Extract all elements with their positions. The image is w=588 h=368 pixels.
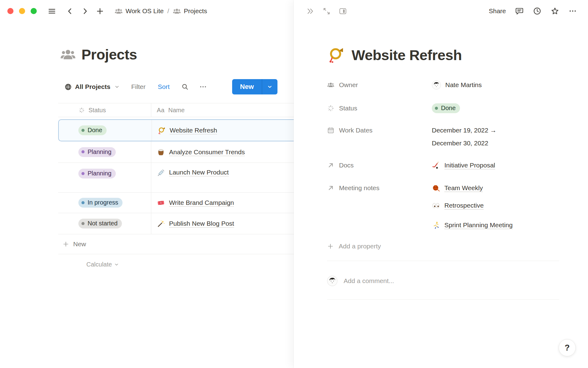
name-cell[interactable]: Write Brand Campaign (151, 193, 300, 213)
search-icon[interactable] (181, 83, 189, 90)
table-row[interactable]: Not started Publish New Blog Post (58, 213, 300, 234)
status-spinner-icon (327, 105, 334, 112)
calculate-label: Calculate (86, 261, 112, 268)
relation-link-text: Retrospective (444, 202, 484, 209)
side-peek-toggle-icon[interactable] (339, 7, 347, 15)
arrow-up-right-icon (327, 162, 334, 169)
breadcrumb-workspace[interactable]: Work OS Lite (115, 7, 164, 15)
table-row[interactable]: Done Website Refresh (58, 119, 300, 141)
relation-link[interactable]: Retrospective (432, 201, 484, 210)
hamburger-menu-icon[interactable] (48, 7, 56, 15)
name-cell[interactable]: Publish New Blog Post (151, 213, 300, 234)
expand-diagonal-icon[interactable] (322, 7, 331, 15)
breadcrumb-page[interactable]: Projects (173, 7, 207, 15)
table-row[interactable]: Planning Launch New Product (58, 163, 300, 193)
name-cell[interactable]: Website Refresh (152, 120, 300, 141)
table-row[interactable]: In progress Write Brand Campaign (58, 193, 300, 213)
status-cell[interactable]: Planning (58, 163, 151, 192)
comment-bubble-icon[interactable] (515, 7, 524, 15)
calculate-footer[interactable]: Calculate (58, 254, 300, 274)
property-label-meeting-notes[interactable]: Meeting notes (327, 180, 432, 196)
minimize-window-button[interactable] (19, 8, 25, 14)
new-entry-button-main[interactable]: New (232, 79, 262, 94)
plus-icon (327, 243, 334, 250)
projects-table: Status Aa Name Done Website Refresh Plan… (58, 103, 300, 274)
comment-input[interactable] (343, 277, 559, 285)
top-navigation: Work OS Lite / Projects (48, 4, 207, 18)
zoom-window-button[interactable] (31, 8, 37, 14)
person-running-icon (432, 221, 440, 229)
peek-page-title: Website Refresh (327, 46, 462, 64)
share-button[interactable]: Share (489, 7, 506, 15)
page-link[interactable]: Website Refresh (170, 127, 217, 134)
status-cell[interactable]: Not started (58, 213, 151, 234)
property-label-docs[interactable]: Docs (327, 158, 432, 173)
relation-link-text: Sprint Planning Meeting (444, 221, 513, 229)
magic-wand-icon (157, 220, 165, 228)
status-cell[interactable]: Planning (58, 141, 151, 163)
property-label-status[interactable]: Status (327, 101, 432, 116)
owner-value[interactable]: Nate Martins (432, 77, 559, 93)
relation-link[interactable]: Initiative Proposal (432, 161, 495, 170)
forward-chevron-icon[interactable] (81, 7, 89, 15)
new-page-plus-icon[interactable] (96, 7, 104, 15)
help-button[interactable]: ? (559, 339, 576, 356)
property-docs: Docs Initiative Proposal (327, 158, 559, 173)
eyes-icon (432, 201, 440, 210)
chevron-down-icon (114, 262, 119, 267)
breadcrumb-label: Work OS Lite (126, 7, 164, 15)
history-clock-icon[interactable] (533, 7, 541, 15)
close-window-button[interactable] (7, 8, 13, 14)
view-selector[interactable]: All Projects (64, 83, 120, 91)
status-column-label: Status (89, 107, 106, 114)
add-property-button[interactable]: Add a property (327, 239, 559, 254)
relation-link[interactable]: Sprint Planning Meeting (432, 221, 513, 229)
people-icon (173, 7, 181, 15)
status-cell[interactable]: In progress (58, 193, 151, 213)
property-label-work-dates[interactable]: Work Dates (327, 124, 432, 137)
property-owner: Owner Nate Martins (327, 77, 559, 93)
property-label-owner[interactable]: Owner (327, 77, 432, 93)
double-chevron-right-icon[interactable] (306, 7, 315, 15)
new-entry-dropdown[interactable] (262, 79, 277, 94)
name-column-header[interactable]: Aa Name (151, 103, 300, 117)
peek-page-title-text[interactable]: Website Refresh (352, 47, 462, 63)
page-link[interactable]: Publish New Blog Post (169, 220, 234, 227)
postal-horn-icon[interactable] (327, 46, 345, 64)
table-row[interactable]: Planning Analyze Consumer Trends (58, 141, 300, 163)
table-header-row: Status Aa Name (58, 103, 300, 117)
more-options-icon[interactable] (568, 7, 577, 15)
name-cell[interactable]: Analyze Consumer Trends (151, 141, 300, 163)
work-dates-value[interactable]: December 19, 2022 → December 30, 2022 (432, 124, 559, 150)
people-icon (115, 7, 123, 15)
status-dot (81, 222, 85, 225)
date-range-start: December 19, 2022 → (432, 124, 559, 137)
status-label: In progress (88, 199, 118, 206)
status-cell[interactable]: Done (59, 120, 152, 141)
calendar-icon (327, 127, 334, 134)
back-chevron-icon[interactable] (66, 7, 74, 15)
more-options-icon[interactable] (199, 83, 207, 91)
sort-button[interactable]: Sort (158, 83, 170, 90)
status-column-header[interactable]: Status (58, 103, 151, 117)
people-icon[interactable] (60, 47, 76, 63)
relation-link[interactable]: Team Weekly (432, 184, 483, 192)
app-window: Work OS Lite / Projects Projects All Pro… (0, 0, 588, 368)
owner-name: Nate Martins (445, 81, 482, 89)
page-link[interactable]: Write Brand Campaign (169, 199, 234, 206)
admission-ticket-icon (157, 199, 165, 207)
side-peek-topbar: Share (306, 4, 577, 18)
status-value[interactable]: Done (432, 101, 559, 116)
date-range-end: December 30, 2022 (432, 137, 559, 150)
page-link[interactable]: Analyze Consumer Trends (169, 148, 245, 156)
page-link[interactable]: Launch New Product (169, 169, 229, 176)
section-divider (327, 261, 559, 261)
name-cell[interactable]: Launch New Product (151, 163, 300, 192)
status-spinner-icon (78, 107, 85, 113)
nate-martins-avatar (327, 276, 337, 286)
hockey-stick-icon (432, 161, 440, 170)
star-favorite-icon[interactable] (551, 7, 559, 15)
name-column-label: Name (168, 107, 184, 114)
filter-button[interactable]: Filter (131, 83, 146, 90)
add-row-button[interactable]: New (58, 234, 300, 254)
